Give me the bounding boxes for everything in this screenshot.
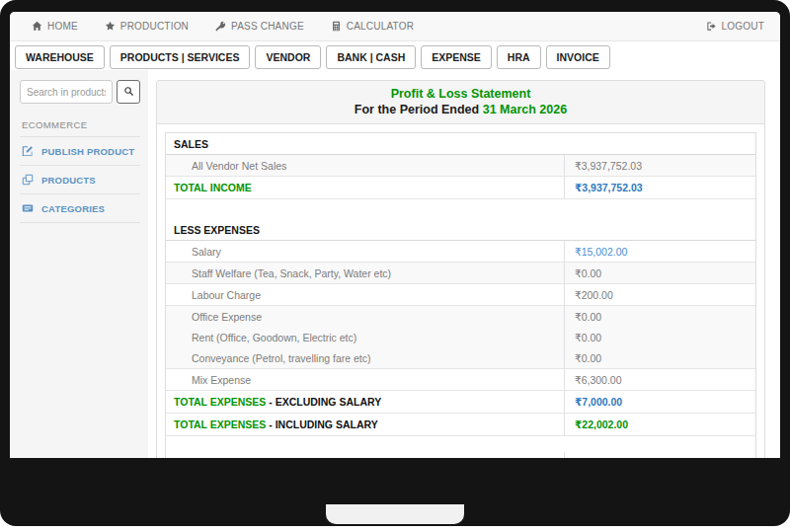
report-row: Labour Charge₹200.00 — [166, 284, 755, 306]
row-label: TOTAL EXPENSES - EXCLUDING SALARY — [166, 396, 564, 408]
tab-bank-cash[interactable]: BANK | CASH — [326, 45, 416, 69]
report-table: SALESAll Vendor Net Sales₹3,937,752.03TO… — [165, 132, 756, 458]
row-value: ₹22,002.00 — [564, 414, 755, 435]
navbar-left: HOMEPRODUCTIONPASS CHANGECALCULATOR — [32, 21, 414, 32]
report-panel: Profit & Loss Statement For the Period E… — [156, 80, 765, 458]
total-label-green: TOTAL EXPENSES — [174, 396, 266, 408]
nav-item-home[interactable]: HOME — [32, 21, 78, 32]
total-label-black: PROFIT/LOSS — [174, 457, 243, 458]
home-icon — [32, 21, 42, 32]
tab-hra[interactable]: HRA — [497, 45, 541, 69]
report-row: Mix Expense₹6,300.00 — [166, 369, 755, 391]
sidebar-item-categories[interactable]: CATEGORIES — [20, 193, 140, 223]
nav-item-label: HOME — [47, 21, 78, 32]
sidebar-items: PUBLISH PRODUCTPRODUCTSCATEGORIES — [20, 136, 140, 223]
report-total-row: TOTAL EXPENSES - EXCLUDING SALARY₹7,000.… — [166, 391, 755, 414]
categories-icon — [22, 202, 34, 214]
report-spacer — [166, 436, 755, 452]
total-label-green: TOTAL INCOME — [174, 182, 252, 193]
edit-icon — [22, 145, 34, 157]
copy-icon — [22, 174, 34, 186]
logout-icon — [706, 21, 717, 32]
report-total-row: PROFIT/LOSS₹3,937,752.03 — [166, 452, 755, 458]
report-row: Rent (Office, Goodown, Electric etc)₹0.0… — [166, 327, 755, 347]
report-row: Conveyance (Petrol, travelling fare etc)… — [166, 347, 755, 368]
report-row: Office Expense₹0.00 — [166, 306, 755, 327]
row-value[interactable]: ₹15,002.00 — [564, 241, 755, 262]
laptop-hinge-notch — [326, 504, 464, 524]
row-value: ₹200.00 — [564, 284, 755, 305]
report-row: All Vendor Net Sales₹3,937,752.03 — [166, 155, 755, 177]
row-label: TOTAL EXPENSES - INCLUDING SALARY — [166, 418, 564, 430]
total-label-black: - EXCLUDING SALARY — [266, 396, 381, 408]
search-input[interactable] — [20, 80, 113, 104]
top-navbar: HOMEPRODUCTIONPASS CHANGECALCULATOR LOGO… — [10, 12, 780, 41]
calculator-icon — [331, 21, 342, 32]
row-value: ₹7,000.00 — [564, 391, 755, 413]
row-value: ₹0.00 — [564, 306, 755, 327]
report-title: Profit & Loss Statement — [157, 86, 764, 102]
row-value: ₹0.00 — [564, 263, 755, 283]
nav-item-label: PASS CHANGE — [231, 21, 304, 32]
section-label: LESS EXPENSES — [174, 224, 260, 236]
tab-expense[interactable]: EXPENSE — [421, 45, 492, 69]
report-row-group: Office Expense₹0.00Rent (Office, Goodown… — [166, 306, 755, 369]
row-label: Mix Expense — [166, 374, 564, 386]
tab-warehouse[interactable]: WAREHOUSE — [15, 45, 105, 69]
nav-item-logout[interactable]: LOGOUT — [706, 21, 764, 32]
nav-item-pass-change[interactable]: PASS CHANGE — [215, 21, 304, 32]
row-label: Conveyance (Petrol, travelling fare etc) — [166, 352, 564, 364]
module-tabs: WAREHOUSEPRODUCTS | SERVICESVENDORBANK |… — [10, 41, 780, 70]
app-screen: HOMEPRODUCTIONPASS CHANGECALCULATOR LOGO… — [10, 12, 780, 458]
report-body: SALESAll Vendor Net Sales₹3,937,752.03TO… — [157, 124, 764, 458]
sidebar-item-label: PRODUCTS — [41, 175, 96, 186]
row-label: Office Expense — [166, 311, 564, 323]
row-label: PROFIT/LOSS — [166, 457, 564, 458]
row-value: ₹0.00 — [564, 327, 755, 347]
total-label-green: TOTAL EXPENSES — [174, 418, 266, 430]
report-subtitle-date: 31 March 2026 — [483, 103, 567, 116]
sidebar-item-publish-product[interactable]: PUBLISH PRODUCT — [20, 136, 140, 165]
section-header-row: SALES — [166, 133, 755, 155]
sidebar-section-label: ECOMMERCE — [22, 119, 140, 130]
nav-item-label: CALCULATOR — [347, 21, 414, 32]
report-header: Profit & Loss Statement For the Period E… — [157, 81, 764, 124]
sidebar-item-label: PUBLISH PRODUCT — [41, 146, 134, 157]
row-value: ₹3,937,752.03 — [564, 155, 755, 176]
report-total-row: TOTAL EXPENSES - INCLUDING SALARY₹22,002… — [166, 414, 755, 436]
report-subtitle-prefix: For the Period Ended — [355, 103, 483, 116]
star-icon — [105, 21, 116, 32]
report-row: Staff Welfare (Tea, Snack, Party, Water … — [166, 263, 755, 284]
row-label: TOTAL INCOME — [166, 182, 564, 193]
report-subtitle: For the Period Ended 31 March 2026 — [157, 102, 764, 117]
report-spacer — [166, 199, 755, 219]
row-label: Rent (Office, Goodown, Electric etc) — [166, 332, 564, 343]
report-total-row: TOTAL INCOME₹3,937,752.03 — [166, 177, 755, 199]
row-value: ₹3,937,752.03 — [564, 452, 755, 458]
nav-item-label: LOGOUT — [722, 21, 764, 32]
body-row: ECOMMERCE PUBLISH PRODUCTPRODUCTSCATEGOR… — [10, 70, 780, 458]
row-value: ₹3,937,752.03 — [564, 177, 755, 198]
nav-item-label: PRODUCTION — [120, 21, 189, 32]
sidebar-search — [20, 80, 140, 104]
row-value: ₹0.00 — [564, 347, 755, 368]
main-content: Profit & Loss Statement For the Period E… — [148, 70, 780, 458]
key-icon — [215, 21, 226, 32]
search-icon — [123, 85, 134, 100]
row-label: All Vendor Net Sales — [166, 160, 564, 172]
section-label: SALES — [174, 138, 208, 150]
total-label-black: - INCLUDING SALARY — [266, 418, 377, 430]
tab-invoice[interactable]: INVOICE — [546, 45, 610, 69]
tab-products-services[interactable]: PRODUCTS | SERVICES — [110, 45, 251, 69]
section-header-row: LESS EXPENSES — [166, 219, 755, 241]
nav-item-production[interactable]: PRODUCTION — [105, 21, 189, 32]
row-label: Staff Welfare (Tea, Snack, Party, Water … — [166, 267, 564, 279]
search-button[interactable] — [117, 80, 140, 104]
nav-item-calculator[interactable]: CALCULATOR — [331, 21, 414, 32]
tab-vendor[interactable]: VENDOR — [255, 45, 321, 69]
row-label: Labour Charge — [166, 289, 564, 301]
sidebar: ECOMMERCE PUBLISH PRODUCTPRODUCTSCATEGOR… — [10, 70, 148, 458]
report-row: Salary₹15,002.00 — [166, 241, 755, 263]
sidebar-item-products[interactable]: PRODUCTS — [20, 165, 140, 193]
sidebar-item-label: CATEGORIES — [41, 203, 105, 214]
